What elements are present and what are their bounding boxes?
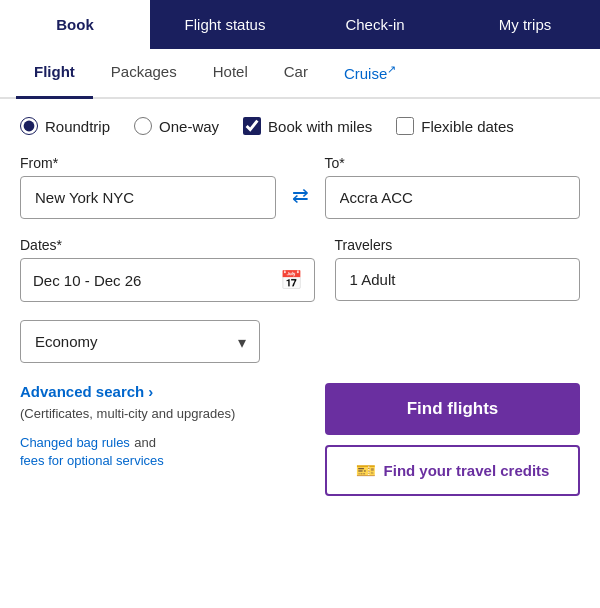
find-flights-button[interactable]: Find flights — [325, 383, 580, 435]
cabin-row: Economy Business First Premium Economy — [20, 320, 580, 363]
dates-label: Dates* — [20, 237, 315, 253]
from-to-row: From* ⇄ To* — [20, 155, 580, 219]
roundtrip-option[interactable]: Roundtrip — [20, 117, 110, 135]
sub-tabs: Flight Packages Hotel Car Cruise↗ — [0, 49, 600, 99]
swap-icon: ⇄ — [292, 183, 309, 207]
date-range-text: Dec 10 - Dec 26 — [33, 272, 280, 289]
tab-car[interactable]: Car — [266, 49, 326, 99]
left-links: Advanced search › (Certificates, multi-c… — [20, 383, 235, 469]
nav-item-my-trips[interactable]: My trips — [450, 0, 600, 49]
flexible-dates-checkbox[interactable] — [396, 117, 414, 135]
date-picker[interactable]: Dec 10 - Dec 26 📅 — [20, 258, 315, 302]
roundtrip-radio[interactable] — [20, 117, 38, 135]
calendar-icon: 📅 — [280, 269, 302, 291]
from-input[interactable] — [20, 176, 276, 219]
start-date: Dec 10 — [33, 272, 81, 289]
trip-options-row: Roundtrip One-way Book with miles Flexib… — [20, 117, 580, 135]
swap-button[interactable]: ⇄ — [284, 175, 317, 215]
nav-item-flight-status[interactable]: Flight status — [150, 0, 300, 49]
tab-cruise[interactable]: Cruise↗ — [326, 49, 414, 99]
date-separator: - — [85, 272, 94, 289]
advanced-search-link[interactable]: Advanced search › — [20, 383, 235, 400]
bottom-row: Advanced search › (Certificates, multi-c… — [20, 383, 580, 496]
cabin-class-select[interactable]: Economy Business First Premium Economy — [20, 320, 260, 363]
dates-travelers-row: Dates* Dec 10 - Dec 26 📅 Travelers — [20, 237, 580, 302]
wallet-icon: 🎫 — [356, 461, 376, 480]
bag-rules-row: Changed bag rules and fees for optional … — [20, 433, 235, 469]
tab-packages[interactable]: Packages — [93, 49, 195, 99]
travelers-label: Travelers — [335, 237, 580, 253]
nav-item-book[interactable]: Book — [0, 0, 150, 49]
flexible-dates-option[interactable]: Flexible dates — [396, 117, 514, 135]
cabin-select-wrapper: Economy Business First Premium Economy — [20, 320, 260, 363]
and-text: and — [134, 435, 156, 450]
book-with-miles-checkbox[interactable] — [243, 117, 261, 135]
right-buttons: Find flights 🎫 Find your travel credits — [325, 383, 580, 496]
changed-bag-rules-link[interactable]: Changed bag rules — [20, 435, 130, 450]
travelers-input[interactable] — [335, 258, 580, 301]
from-field-group: From* — [20, 155, 276, 219]
find-travel-credits-button[interactable]: 🎫 Find your travel credits — [325, 445, 580, 496]
travelers-group: Travelers — [335, 237, 580, 302]
book-with-miles-option[interactable]: Book with miles — [243, 117, 372, 135]
oneway-radio[interactable] — [134, 117, 152, 135]
oneway-option[interactable]: One-way — [134, 117, 219, 135]
top-navigation: Book Flight status Check-in My trips — [0, 0, 600, 49]
booking-form: Roundtrip One-way Book with miles Flexib… — [0, 99, 600, 516]
end-date: Dec 26 — [94, 272, 142, 289]
from-label: From* — [20, 155, 276, 171]
external-link-icon: ↗ — [387, 63, 396, 75]
dates-group: Dates* Dec 10 - Dec 26 📅 — [20, 237, 315, 302]
to-input[interactable] — [325, 176, 581, 219]
to-label: To* — [325, 155, 581, 171]
tab-flight[interactable]: Flight — [16, 49, 93, 99]
tab-hotel[interactable]: Hotel — [195, 49, 266, 99]
chevron-right-icon: › — [148, 383, 153, 400]
fees-optional-services-link[interactable]: fees for optional services — [20, 453, 164, 468]
advanced-search-subtext: (Certificates, multi-city and upgrades) — [20, 406, 235, 421]
to-field-group: To* — [325, 155, 581, 219]
nav-item-check-in[interactable]: Check-in — [300, 0, 450, 49]
